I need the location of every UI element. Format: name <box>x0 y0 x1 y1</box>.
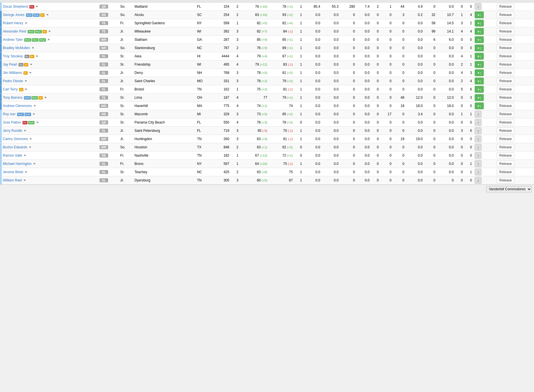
adjust-button[interactable]: +↕ <box>475 36 484 43</box>
player-name[interactable]: George Jones RuPRuFBr ⚑ <box>2 11 98 19</box>
release-button[interactable]: Release <box>497 37 514 43</box>
flag-icon[interactable]: ⚑ <box>25 80 27 83</box>
release-button[interactable]: Release <box>497 20 514 26</box>
flag-icon[interactable]: ⚑ <box>29 146 31 149</box>
flag-icon[interactable]: ⚑ <box>33 113 35 116</box>
player-gpa: 0.0 <box>304 168 322 176</box>
flag-icon[interactable]: ⚑ <box>33 104 36 108</box>
flag-icon[interactable]: ⚑ <box>47 38 50 41</box>
flag-icon[interactable]: ⚑ <box>24 154 26 157</box>
release-button[interactable]: Release <box>497 161 514 167</box>
adjust-button[interactable]: +↕ <box>475 53 484 60</box>
player-name[interactable]: Ramon Valle ⚑ <box>2 151 98 160</box>
adjust-button[interactable]: +↕ <box>475 86 484 93</box>
release-button[interactable]: Release <box>497 111 514 117</box>
player-morale: 0.0 <box>322 168 340 176</box>
adjust-button[interactable]: ↕ <box>475 119 482 126</box>
player-v1: 0 <box>371 27 381 36</box>
player-name[interactable]: Carlos Simmons ⚑ <box>2 135 98 143</box>
adjust-button[interactable]: +↕ <box>475 102 484 109</box>
player-name[interactable]: Andrew Clemmons ⚑ <box>2 102 98 110</box>
player-name[interactable]: Jose Patton PeReS ⚑ <box>2 118 98 127</box>
player-name[interactable]: Roy Iser RuPRuF ⚑ <box>2 110 98 118</box>
release-button[interactable]: Release <box>497 3 514 10</box>
flag-icon[interactable]: ⚑ <box>25 88 27 91</box>
adjust-button[interactable]: ↕ <box>475 152 482 159</box>
player-conf: 1 <box>294 168 304 176</box>
release-button[interactable]: Release <box>497 61 514 68</box>
flag-icon[interactable]: ⚑ <box>24 129 26 132</box>
player-pos: TE <box>98 27 119 36</box>
adjust-button[interactable]: +↕ <box>475 78 484 84</box>
player-name[interactable]: Oscar Shepherd Pe ⚑ <box>2 3 98 11</box>
adjust-button[interactable]: +↕ <box>475 28 484 35</box>
player-v6: 0.0 <box>437 85 455 94</box>
adjust-button[interactable]: +↕ <box>475 69 484 76</box>
flag-icon[interactable]: ⚑ <box>23 179 26 182</box>
flag-icon[interactable]: ⚑ <box>30 63 33 66</box>
adjust-button[interactable]: ↕ <box>475 3 482 10</box>
flag-icon[interactable]: ⚑ <box>25 171 27 174</box>
release-button[interactable]: Release <box>497 12 514 18</box>
player-snap2: 0.0 <box>357 110 371 118</box>
release-button[interactable]: Release <box>497 152 514 159</box>
player-name[interactable]: Andrew Tyler ReSReCReD ⚑ <box>2 36 98 44</box>
player-name[interactable]: Alexander Reid ReSReCBr ⚑ <box>2 27 98 36</box>
release-button[interactable]: Release <box>497 86 514 92</box>
player-name[interactable]: Jim Williams Br ⚑ <box>2 69 98 77</box>
adjust-button[interactable]: ↕ <box>475 127 482 134</box>
flag-icon[interactable]: ⚑ <box>36 5 38 8</box>
player-name[interactable]: Jay Pearl BpBr ⚑ <box>2 60 98 69</box>
adjust-button[interactable]: ↕ <box>475 169 482 175</box>
release-button[interactable]: Release <box>497 136 514 142</box>
player-name[interactable]: Bradley McMullen ⚑ <box>2 44 98 52</box>
player-name[interactable]: Troy Stookey BpBr ⚑ <box>2 52 98 60</box>
adjust-button[interactable]: +↕ <box>475 94 484 101</box>
player-name[interactable]: Jerry Rundle ⚑ <box>2 127 98 135</box>
release-button[interactable]: Release <box>497 28 514 35</box>
team-select[interactable]: Vanderbilt Commodores <box>486 186 532 192</box>
flag-icon[interactable]: ⚑ <box>48 30 51 33</box>
player-name[interactable]: Michael Harrington ⚑ <box>2 160 98 168</box>
player-v1: 2 <box>371 3 381 11</box>
flag-icon[interactable]: ⚑ <box>32 47 34 50</box>
release-button[interactable]: Release <box>497 53 514 59</box>
adjust-button[interactable]: ↕ <box>475 160 482 167</box>
flag-icon[interactable]: ⚑ <box>29 71 32 74</box>
player-v4: 0.0 <box>406 127 424 135</box>
flag-icon[interactable]: ⚑ <box>36 55 38 58</box>
player-name[interactable]: Burton Edwards ⚑ <box>2 143 98 151</box>
flag-icon[interactable]: ⚑ <box>44 96 47 99</box>
adjust-button[interactable]: ↕ <box>475 111 482 118</box>
release-button[interactable]: Release <box>497 70 514 76</box>
adjust-button[interactable]: ↕ <box>475 144 482 151</box>
player-name[interactable]: Carl Terry Br ⚑ <box>2 85 98 94</box>
release-button[interactable]: Release <box>497 103 514 109</box>
adjust-button[interactable]: +↕ <box>475 20 484 27</box>
flag-icon[interactable]: ⚑ <box>46 13 49 17</box>
player-ovr: 78 (+2) <box>240 77 269 85</box>
flag-icon[interactable]: ⚑ <box>29 138 32 141</box>
release-button[interactable]: Release <box>497 144 514 150</box>
release-button[interactable]: Release <box>497 119 514 126</box>
flag-icon[interactable]: ⚑ <box>25 22 27 25</box>
release-button[interactable]: Release <box>497 45 514 51</box>
player-name[interactable]: Robert Henry ⚑ <box>2 19 98 27</box>
player-name[interactable]: Pedro Otoole ⚑ <box>2 77 98 85</box>
player-name[interactable]: William Reel ⚑ <box>2 176 98 185</box>
adjust-button[interactable]: +↕ <box>475 45 484 51</box>
adjust-button[interactable]: ↕ <box>475 136 482 142</box>
adjust-button[interactable]: +↕ <box>475 61 484 68</box>
player-v2: 0 <box>381 85 393 94</box>
release-button[interactable]: Release <box>497 169 514 175</box>
release-button[interactable]: Release <box>497 177 514 183</box>
release-button[interactable]: Release <box>497 128 514 134</box>
release-button[interactable]: Release <box>497 78 514 84</box>
adjust-button[interactable]: ↕ <box>475 177 482 184</box>
flag-icon[interactable]: ⚑ <box>33 162 36 165</box>
player-name[interactable]: Tony Barrera RuPReSBr ⚑ <box>2 94 98 102</box>
flag-icon[interactable]: ⚑ <box>36 121 39 124</box>
adjust-button[interactable]: +↕ <box>475 11 484 18</box>
release-button[interactable]: Release <box>497 94 514 101</box>
player-name[interactable]: Jerome Bilski ⚑ <box>2 168 98 176</box>
